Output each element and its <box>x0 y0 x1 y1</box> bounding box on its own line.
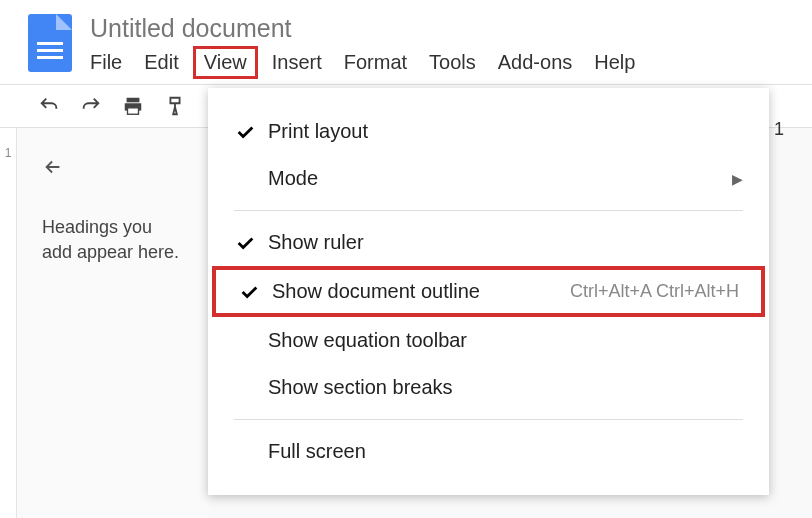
redo-icon[interactable] <box>80 95 102 117</box>
view-dropdown: Print layout Mode ▶ Show ruler Show docu… <box>208 88 769 495</box>
menuitem-label: Full screen <box>268 440 743 463</box>
menu-file[interactable]: File <box>90 51 122 74</box>
outline-panel: Headings you add appear here. <box>17 128 209 518</box>
check-icon <box>234 121 268 143</box>
menu-tools[interactable]: Tools <box>429 51 476 74</box>
format-paint-icon[interactable] <box>164 95 186 117</box>
submenu-arrow-icon: ▶ <box>732 171 743 187</box>
document-title[interactable]: Untitled document <box>90 10 802 51</box>
docs-logo-icon[interactable] <box>28 14 72 72</box>
menuitem-label: Show equation toolbar <box>268 329 743 352</box>
menu-insert[interactable]: Insert <box>272 51 322 74</box>
menuitem-full-screen[interactable]: Full screen <box>208 428 769 475</box>
menu-format[interactable]: Format <box>344 51 407 74</box>
highlighted-menuitem: Show document outline Ctrl+Alt+A Ctrl+Al… <box>212 266 765 317</box>
menuitem-print-layout[interactable]: Print layout <box>208 108 769 155</box>
svg-rect-0 <box>127 98 140 103</box>
svg-rect-2 <box>128 108 139 114</box>
divider <box>234 419 743 420</box>
menuitem-show-document-outline[interactable]: Show document outline Ctrl+Alt+A Ctrl+Al… <box>216 270 761 313</box>
undo-icon[interactable] <box>38 95 60 117</box>
menuitem-label: Print layout <box>268 120 743 143</box>
menuitem-label: Show section breaks <box>268 376 743 399</box>
outline-close-icon[interactable] <box>42 153 64 185</box>
shortcut-label: Ctrl+Alt+A Ctrl+Alt+H <box>570 281 739 302</box>
print-icon[interactable] <box>122 95 144 117</box>
menuitem-show-equation-toolbar[interactable]: Show equation toolbar <box>208 317 769 364</box>
menu-help[interactable]: Help <box>594 51 635 74</box>
menuitem-show-section-breaks[interactable]: Show section breaks <box>208 364 769 411</box>
outline-placeholder: Headings you add appear here. <box>42 215 184 265</box>
menuitem-show-ruler[interactable]: Show ruler <box>208 219 769 266</box>
menuitem-label: Show document outline <box>272 280 570 303</box>
check-icon <box>234 232 268 254</box>
menuitem-label: Mode <box>268 167 732 190</box>
menubar: File Edit View Insert Format Tools Add-o… <box>90 51 802 74</box>
divider <box>234 210 743 211</box>
menu-addons[interactable]: Add-ons <box>498 51 573 74</box>
menu-edit[interactable]: Edit <box>144 51 178 74</box>
check-icon <box>238 281 272 303</box>
vertical-ruler: 1 <box>0 128 17 518</box>
menu-view[interactable]: View <box>193 46 258 79</box>
toolbar-value: 1 <box>774 119 784 140</box>
menuitem-mode[interactable]: Mode ▶ <box>208 155 769 202</box>
menuitem-label: Show ruler <box>268 231 743 254</box>
